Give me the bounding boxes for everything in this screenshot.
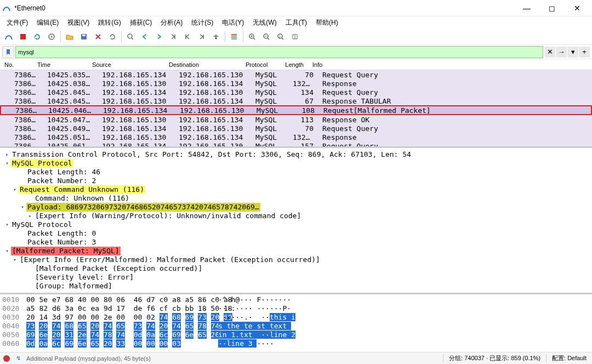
menu-item[interactable]: 工具(T) [281,16,311,29]
column-protocol[interactable]: Protocol [241,61,278,68]
go-first-icon[interactable] [181,30,194,43]
tree-node[interactable]: Packet Number: 3 [3,238,589,247]
tree-node[interactable]: ▸Transmission Control Protocol, Src Port… [3,150,589,159]
zoom-in-icon[interactable] [246,30,259,43]
tree-node[interactable]: Packet Length: 0 [3,229,589,238]
resize-columns-icon[interactable] [288,30,301,43]
menu-item[interactable]: 文件(F) [2,16,32,29]
menu-item[interactable]: 无线(W) [248,16,281,29]
column-no[interactable]: No. [0,61,33,68]
menu-item[interactable]: 分析(A) [156,16,187,29]
packet-list-pane[interactable]: No. Time Source Destination Protocol Len… [0,59,592,148]
start-capture-icon[interactable] [2,30,15,43]
menu-item[interactable]: 跳转(G) [94,16,125,29]
hex-ascii: ··line 3 ···· [218,339,274,348]
tree-node[interactable]: Packet Number: 2 [3,177,589,185]
hex-line[interactable]: 001000 5e e7 68 40 00 80 06 46 d7 c0 a8 … [2,295,590,304]
go-back-icon[interactable] [138,30,151,43]
menu-item[interactable]: 视图(V) [63,16,94,29]
expand-icon[interactable]: ▾ [11,255,19,264]
menu-item[interactable]: 编辑(E) [32,16,63,29]
apply-filter-icon[interactable]: → [556,47,567,58]
autoscroll-icon[interactable] [209,30,223,43]
toolbar-separator [225,31,225,42]
tree-label: Command: Unknown (116) [34,194,130,203]
expand-icon[interactable]: ▸ [3,150,11,159]
packet-row[interactable]: 73861310425.045732192.168.165.130192.168… [0,96,592,105]
tree-node[interactable]: [Malformed Packet (Exception occurred)] [3,264,589,273]
expand-icon[interactable]: ▾ [19,203,26,212]
tree-node[interactable]: ▾Payload: 686973206973207468652074657374… [3,203,589,212]
minimize-button[interactable]: — [514,0,539,16]
tree-node[interactable]: Packet Length: 46 [3,168,589,177]
reload-icon[interactable] [106,30,119,43]
expand-icon[interactable]: ▾ [11,185,19,194]
packet-row[interactable]: 73860910425.035764192.168.165.134192.168… [0,70,592,79]
packet-row[interactable]: 73861710425.051744192.168.165.130192.168… [0,133,592,141]
find-packet-icon[interactable] [124,30,137,43]
hex-line[interactable]: 00600d 0a 6c 69 6e 65 20 33 00 00 00 03 … [2,339,590,348]
add-filter-icon[interactable]: + [579,47,590,58]
column-info[interactable]: Info [308,61,592,68]
tree-label: [Group: Malformed] [34,282,113,291]
packet-details-pane[interactable]: ▸Transmission Control Protocol, Src Port… [0,148,592,294]
svg-point-7 [128,34,132,38]
hex-line[interactable]: 0020a5 82 d6 3a 0c ea 9d 17 de f6 cf cb … [2,304,590,313]
tree-node[interactable]: ▾MySQL Protocol [3,220,589,229]
expand-icon[interactable]: ▾ [3,159,11,168]
save-file-icon[interactable] [77,30,90,43]
bookmark-filter-icon[interactable] [2,46,14,58]
column-source[interactable]: Source [88,61,164,68]
hex-line[interactable]: 003020 14 3d 97 00 00 2e 00 00 02 74 68 … [2,313,590,322]
tree-node[interactable]: ▾[Expert Info (Error/Malformed): Malform… [3,255,589,264]
tree-node[interactable]: ▸[Expert Info (Warning/Protocol): Unknow… [3,212,589,220]
packet-row[interactable]: 73861610425.049181192.168.165.134192.168… [0,124,592,133]
close-button[interactable]: ✕ [565,0,590,16]
expert-info-icon[interactable] [3,355,10,362]
filter-dropdown-icon[interactable]: ▾ [567,47,578,58]
hex-line[interactable]: 005069 6e 20 31 2e 74 78 74 0d 0a 6c 69 … [2,331,590,339]
packet-row[interactable]: 73861010425.038190192.168.165.130192.168… [0,79,592,88]
expand-icon[interactable]: ▸ [26,212,34,220]
zoom-out-icon[interactable] [260,30,273,43]
clear-filter-icon[interactable]: ✕ [544,47,555,58]
jump-to-icon[interactable] [167,30,180,43]
column-time[interactable]: Time [33,61,88,68]
tree-node[interactable]: ▾[Malformed Packet: MySQL] [3,247,589,255]
svg-rect-10 [231,36,237,38]
go-last-icon[interactable] [195,30,208,43]
tree-node[interactable]: Command: Unknown (116) [3,194,589,203]
packet-bytes-pane[interactable]: 001000 5e e7 68 40 00 80 06 46 d7 c0 a8 … [0,294,592,352]
packet-row[interactable]: 73861210425.045029192.168.165.134192.168… [0,88,592,96]
open-file-icon[interactable] [63,30,76,43]
tree-node[interactable]: ▾Request Command Unknown (116) [3,185,589,194]
status-profile[interactable]: 配置: Default [546,354,592,362]
colorize-icon[interactable] [227,30,241,43]
zoom-reset-icon[interactable]: 1 [274,30,287,43]
close-file-icon[interactable] [92,30,105,43]
hex-line[interactable]: 004073 20 74 68 65 20 74 65 73 74 20 74 … [2,322,590,331]
status-hint-icon[interactable]: ↯ [13,355,23,362]
packet-row[interactable]: 73861410425.046426192.168.165.134192.168… [0,105,592,115]
display-filter-input[interactable]: mysql [15,46,543,58]
go-forward-icon[interactable] [152,30,166,43]
menu-item[interactable]: 统计(S) [187,16,218,29]
menu-item[interactable]: 帮助(H) [311,16,343,29]
expand-icon[interactable]: ▾ [3,220,11,229]
column-length[interactable]: Length [278,61,308,68]
menu-item[interactable]: 捕获(C) [126,16,157,29]
packet-row[interactable]: 73861510425.047874192.168.165.130192.168… [0,115,592,124]
packet-row[interactable]: 73861910425.061131192.168.165.134192.168… [0,141,592,148]
capture-options-icon[interactable] [45,30,58,43]
tree-node[interactable]: [Severity level: Error] [3,273,589,282]
menu-item[interactable]: 电话(Y) [218,16,248,29]
tree-node[interactable]: [Group: Malformed] [3,282,589,291]
tree-label: Payload: 6869732069732074686520746573742… [26,203,260,212]
restart-capture-icon[interactable] [31,30,44,43]
tree-node[interactable]: ▾MySQL Protocol [3,159,589,168]
tree-label: Packet Number: 3 [26,238,97,247]
expand-icon[interactable]: ▾ [3,247,11,255]
stop-capture-icon[interactable] [16,30,30,43]
column-destination[interactable]: Destination [164,61,241,68]
maximize-button[interactable]: ◻ [539,0,565,16]
